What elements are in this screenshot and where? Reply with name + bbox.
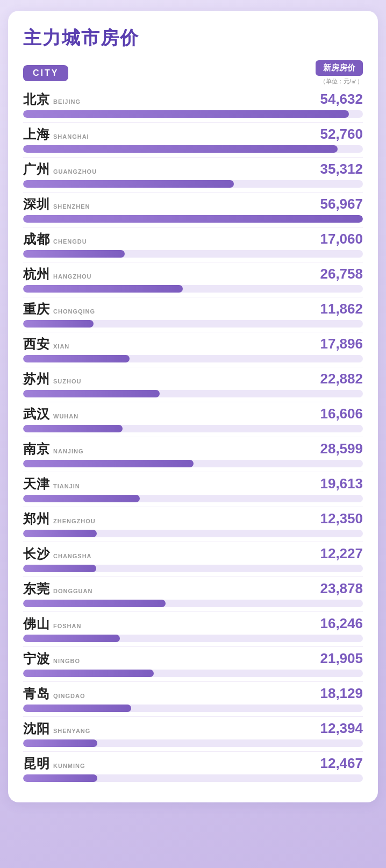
list-item: 成都 CHENGDU 17,060 — [23, 231, 363, 262]
divider — [23, 192, 363, 193]
city-price: 52,760 — [314, 126, 363, 143]
bar-container — [23, 180, 363, 188]
city-zh: 郑州 — [23, 510, 50, 528]
city-name-left: 青岛 QINGDAO — [23, 685, 85, 702]
city-name-left: 天津 TIANJIN — [23, 475, 80, 493]
divider — [23, 122, 363, 123]
bar-fill — [23, 739, 97, 747]
bar-fill — [23, 774, 97, 782]
bar-container — [23, 460, 363, 467]
bar-fill — [23, 495, 140, 502]
bar-fill — [23, 530, 97, 537]
bar-container — [23, 600, 363, 607]
city-en: HANGZHOU — [53, 273, 92, 280]
list-item: 长沙 CHANGSHA 12,227 — [23, 545, 363, 577]
city-price: 11,862 — [314, 301, 363, 317]
divider — [23, 402, 363, 402]
city-zh: 成都 — [23, 231, 50, 248]
list-item: 昆明 KUNMING 12,467 — [23, 755, 363, 782]
city-zh: 北京 — [23, 91, 50, 108]
bar-container — [23, 495, 363, 502]
city-name-row: 昆明 KUNMING 12,467 — [23, 755, 363, 772]
city-name-row: 青岛 QINGDAO 18,129 — [23, 685, 363, 702]
city-en: SHENZHEN — [53, 203, 90, 210]
main-title: 主力城市房价 — [23, 26, 363, 51]
bar-container — [23, 670, 363, 677]
city-zh: 宁波 — [23, 650, 50, 667]
bar-fill — [23, 460, 194, 467]
city-price: 26,758 — [314, 266, 363, 282]
city-en: CHANGSHA — [53, 553, 92, 559]
city-name-left: 重庆 CHONGQING — [23, 301, 95, 318]
list-item: 北京 BEIJING 54,632 — [23, 91, 363, 123]
city-name-row: 重庆 CHONGQING 11,862 — [23, 301, 363, 318]
city-en: SHENYANG — [53, 728, 90, 734]
divider — [23, 751, 363, 752]
bar-container — [23, 110, 363, 118]
divider — [23, 507, 363, 507]
list-item: 上海 SHANGHAI 52,760 — [23, 126, 363, 158]
city-price: 17,060 — [314, 231, 363, 247]
bar-container — [23, 285, 363, 293]
city-zh: 天津 — [23, 475, 50, 493]
bar-container — [23, 390, 363, 397]
city-name-row: 宁波 NINGBO 21,905 — [23, 650, 363, 667]
list-item: 南京 NANJING 28,599 — [23, 440, 363, 472]
bar-container — [23, 739, 363, 747]
divider — [23, 577, 363, 577]
city-zh: 深圳 — [23, 196, 50, 213]
city-name-row: 西安 XIAN 17,896 — [23, 336, 363, 353]
bar-fill — [23, 215, 363, 223]
city-price: 23,878 — [314, 580, 363, 597]
city-price: 54,632 — [314, 91, 363, 108]
city-zh: 东莞 — [23, 580, 50, 597]
city-name-row: 佛山 FOSHAN 16,246 — [23, 615, 363, 632]
bar-container — [23, 425, 363, 432]
list-item: 深圳 SHENZHEN 56,967 — [23, 196, 363, 227]
city-name-left: 郑州 ZHENGZHOU — [23, 510, 96, 528]
divider — [23, 437, 363, 437]
city-name-left: 苏州 SUZHOU — [23, 371, 81, 388]
divider — [23, 262, 363, 262]
bar-fill — [23, 635, 120, 642]
bar-fill — [23, 705, 131, 712]
price-header: 新房房价 （单位：元/㎡） — [316, 60, 363, 86]
city-zh: 长沙 — [23, 545, 50, 563]
city-en: WUHAN — [53, 413, 78, 419]
bar-fill — [23, 250, 125, 258]
divider — [23, 297, 363, 297]
price-header-main: 新房房价 — [316, 60, 363, 76]
divider — [23, 542, 363, 542]
city-en: XIAN — [53, 343, 69, 350]
city-name-left: 西安 XIAN — [23, 336, 69, 353]
city-zh: 重庆 — [23, 301, 50, 318]
bar-container — [23, 215, 363, 223]
city-price: 35,312 — [314, 161, 363, 177]
city-en: NINGBO — [53, 658, 80, 664]
divider — [23, 227, 363, 227]
list-item: 杭州 HANGZHOU 26,758 — [23, 266, 363, 297]
city-en: BEIJING — [53, 98, 81, 105]
city-name-left: 宁波 NINGBO — [23, 650, 80, 667]
city-name-left: 佛山 FOSHAN — [23, 615, 81, 632]
bar-fill — [23, 355, 130, 362]
list-item: 天津 TIANJIN 19,613 — [23, 475, 363, 507]
bar-fill — [23, 390, 160, 397]
divider — [23, 332, 363, 332]
bar-fill — [23, 180, 234, 188]
divider — [23, 681, 363, 682]
city-name-left: 南京 NANJING — [23, 440, 84, 458]
city-name-row: 上海 SHANGHAI 52,760 — [23, 126, 363, 143]
bar-container — [23, 774, 363, 782]
bar-container — [23, 320, 363, 328]
bar-fill — [23, 670, 154, 677]
city-name-row: 杭州 HANGZHOU 26,758 — [23, 266, 363, 283]
city-en: FOSHAN — [53, 623, 81, 629]
bar-fill — [23, 110, 349, 118]
city-en: GUANGZHOU — [53, 168, 97, 175]
bar-fill — [23, 425, 123, 432]
bar-fill — [23, 565, 96, 572]
city-name-row: 北京 BEIJING 54,632 — [23, 91, 363, 108]
city-name-left: 上海 SHANGHAI — [23, 126, 89, 143]
divider — [23, 646, 363, 647]
